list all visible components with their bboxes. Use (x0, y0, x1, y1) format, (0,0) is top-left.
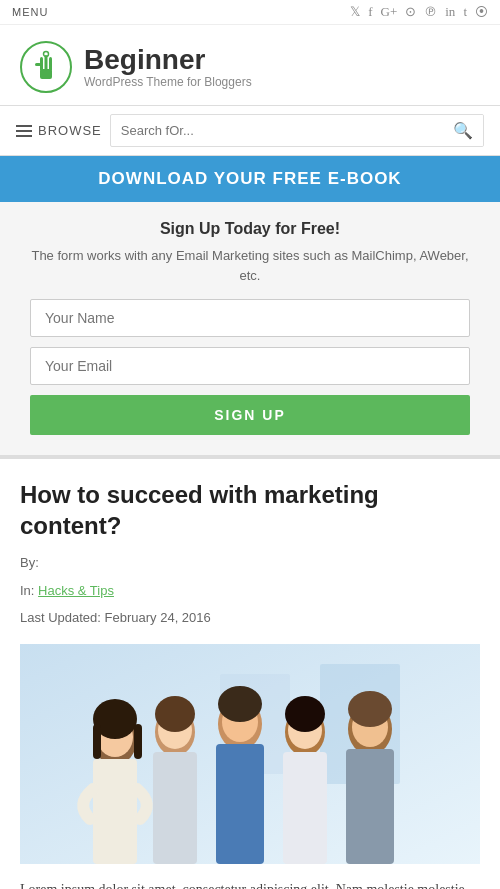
site-title: Beginner (84, 45, 252, 76)
linkedin-icon[interactable]: in (445, 4, 455, 20)
rss-icon[interactable]: ⦿ (475, 4, 488, 20)
svg-rect-5 (35, 63, 41, 66)
social-icons-bar: 𝕏 f G+ ⊙ ℗ in t ⦿ (350, 4, 488, 20)
nav-bar: BROWSE 🔍 (0, 106, 500, 156)
by-label: By: (20, 555, 39, 570)
article-meta-category-line: In: Hacks & Tips (20, 579, 480, 602)
pinterest-icon[interactable]: ℗ (424, 4, 437, 20)
browse-label: BROWSE (38, 123, 102, 138)
instagram-icon[interactable]: ⊙ (405, 4, 416, 20)
svg-rect-29 (346, 749, 394, 864)
svg-rect-25 (283, 752, 327, 864)
svg-point-6 (44, 52, 49, 57)
top-bar: MENU 𝕏 f G+ ⊙ ℗ in t ⦿ (0, 0, 500, 25)
search-input[interactable] (111, 117, 443, 144)
signup-box: Sign Up Today for Free! The form works w… (0, 202, 500, 459)
site-header: Beginner WordPress Theme for Bloggers (0, 25, 500, 106)
svg-point-27 (285, 696, 325, 732)
article-meta-by: By: (20, 551, 480, 574)
svg-rect-3 (45, 55, 48, 71)
svg-rect-4 (49, 57, 52, 71)
twitter-icon[interactable]: 𝕏 (350, 4, 360, 20)
facebook-icon[interactable]: f (368, 4, 372, 20)
article-card: How to succeed with marketing content? B… (0, 459, 500, 864)
svg-point-19 (155, 696, 195, 732)
article-meta-date: Last Updated: February 24, 2016 (20, 606, 480, 629)
in-label: In: (20, 583, 34, 598)
svg-rect-14 (93, 724, 101, 759)
search-button[interactable]: 🔍 (443, 115, 483, 146)
category-link[interactable]: Hacks & Tips (38, 583, 114, 598)
googleplus-icon[interactable]: G+ (381, 4, 398, 20)
name-input[interactable] (30, 299, 470, 337)
site-subtitle: WordPress Theme for Bloggers (84, 75, 252, 89)
site-title-group: Beginner WordPress Theme for Bloggers (84, 45, 252, 90)
svg-point-31 (348, 691, 392, 727)
email-input[interactable] (30, 347, 470, 385)
hamburger-icon (16, 125, 32, 137)
article-title: How to succeed with marketing content? (20, 479, 480, 541)
article-body: Lorem ipsum dolor sit amet, consectetur … (0, 864, 500, 889)
signup-button[interactable]: SIGN UP (30, 395, 470, 435)
ebook-banner[interactable]: DOWNLOAD YOUR FREE E-BOOK (0, 156, 500, 202)
article-image (20, 644, 480, 864)
svg-rect-21 (216, 744, 264, 864)
menu-label[interactable]: MENU (12, 6, 48, 18)
article-body-text: Lorem ipsum dolor sit amet, consectetur … (20, 882, 467, 889)
svg-point-23 (218, 686, 262, 722)
signup-title: Sign Up Today for Free! (30, 220, 470, 238)
ebook-banner-text: DOWNLOAD YOUR FREE E-BOOK (98, 169, 401, 188)
tumblr-icon[interactable]: t (463, 4, 467, 20)
browse-button[interactable]: BROWSE (16, 123, 102, 138)
svg-rect-11 (93, 759, 137, 864)
search-bar[interactable]: 🔍 (110, 114, 484, 147)
signup-description: The form works with any Email Marketing … (30, 246, 470, 285)
svg-rect-17 (153, 752, 197, 864)
site-logo-icon (20, 41, 72, 93)
svg-rect-15 (134, 724, 142, 759)
